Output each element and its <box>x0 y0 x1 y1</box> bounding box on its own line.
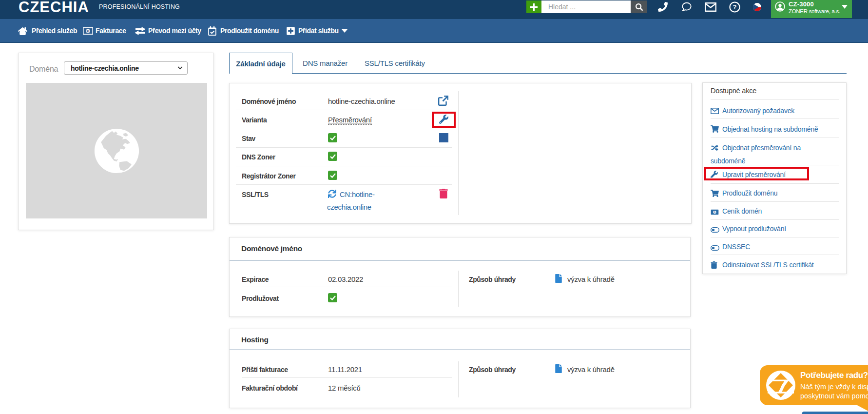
svg-text:1: 1 <box>87 29 89 33</box>
svg-text:?: ? <box>733 3 736 11</box>
svg-text:1: 1 <box>714 210 716 214</box>
